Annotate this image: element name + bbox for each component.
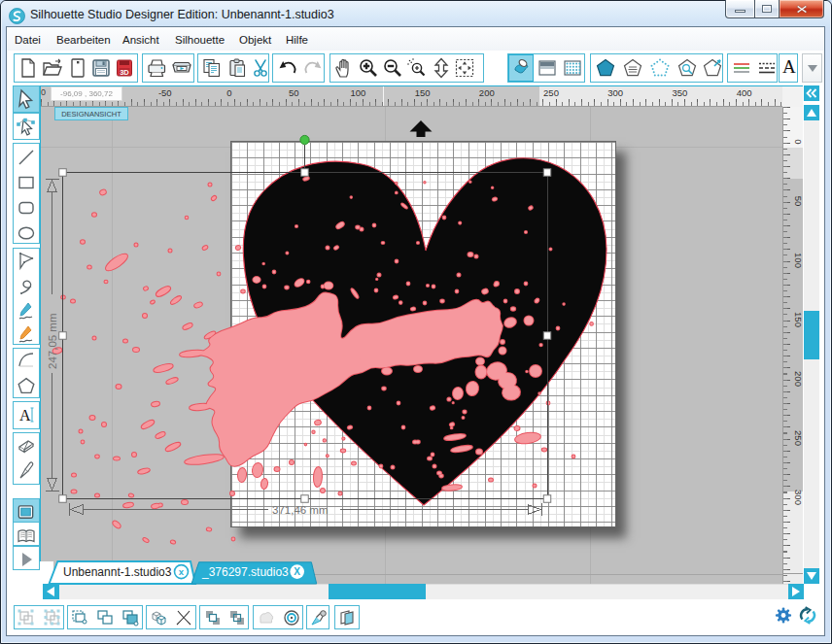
svg-text:A: A — [19, 407, 31, 424]
svg-text:X: X — [294, 566, 300, 577]
svg-text:247,05 mm: 247,05 mm — [47, 313, 58, 369]
svg-text:Unbenannt-1.studio3: Unbenannt-1.studio3 — [63, 565, 172, 579]
svg-text:x: x — [179, 566, 185, 577]
svg-text:_376297.studio3: _376297.studio3 — [201, 565, 289, 579]
svg-text:371,46 mm: 371,46 mm — [272, 504, 329, 516]
